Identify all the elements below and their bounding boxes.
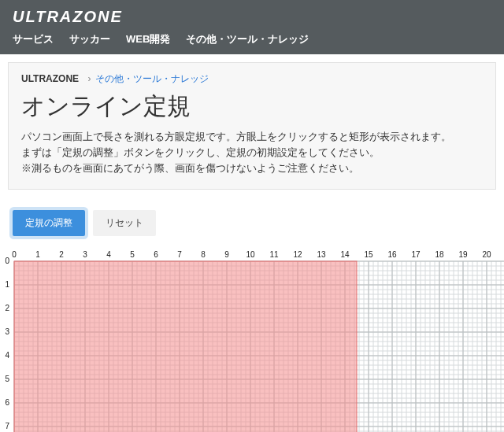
desc-line-3: ※測るものを画面にあてがう際、画面を傷つけないようご注意ください。: [21, 161, 483, 176]
breadcrumb-current[interactable]: その他・ツール・ナレッジ: [95, 73, 209, 84]
breadcrumb: ULTRAZONE › その他・ツール・ナレッジ: [21, 72, 483, 86]
main-nav: サービスサッカーWEB開発その他・ツール・ナレッジ: [13, 32, 491, 54]
tick-label: 11: [269, 250, 279, 259]
tick-label: 7: [177, 250, 182, 259]
page-description: パソコン画面上で長さを測れる方眼定規です。方眼上をクリックすると矩形が表示されま…: [21, 129, 483, 176]
nav-item-1[interactable]: サッカー: [69, 32, 110, 46]
tick-label: 3: [5, 327, 9, 336]
tick-label: 8: [201, 250, 206, 259]
tick-label: 4: [106, 250, 111, 259]
tick-label: 18: [435, 250, 444, 259]
logo[interactable]: ULTRAZONE: [13, 8, 491, 32]
tick-label: 6: [5, 398, 9, 407]
tick-label: 5: [130, 250, 135, 259]
tick-label: 3: [83, 250, 87, 259]
tick-label: 10: [246, 250, 255, 259]
tick-label: 1: [35, 250, 40, 259]
tick-label: 15: [364, 250, 373, 259]
ruler-grid[interactable]: 0123456789101112131415161718192001234567…: [0, 247, 504, 432]
tick-label: 16: [387, 250, 397, 259]
tick-label: 0: [5, 257, 9, 265]
tick-label: 19: [458, 250, 468, 259]
selection-rectangle[interactable]: [14, 261, 357, 432]
tick-label: 0: [12, 250, 17, 259]
tick-label: 20: [482, 250, 491, 259]
tick-label: 9: [224, 250, 229, 259]
tick-label: 2: [5, 304, 9, 312]
app-header: ULTRAZONE サービスサッカーWEB開発その他・ツール・ナレッジ: [0, 0, 504, 54]
content-card: ULTRAZONE › その他・ツール・ナレッジ オンライン定規 パソコン画面上…: [8, 62, 496, 190]
desc-line-2: まずは「定規の調整」ボタンをクリックし、定規の初期設定をしてください。: [21, 145, 483, 161]
page-title: オンライン定規: [21, 90, 483, 123]
ruler-area[interactable]: 0123456789101112131415161718192001234567…: [0, 247, 504, 432]
tick-label: 1: [5, 280, 9, 289]
nav-item-0[interactable]: サービス: [13, 32, 54, 46]
nav-item-2[interactable]: WEB開発: [126, 32, 170, 46]
adjust-ruler-button[interactable]: 定規の調整: [13, 210, 85, 236]
tick-label: 13: [317, 250, 326, 259]
button-row: 定規の調整 リセット: [0, 198, 504, 247]
tick-label: 17: [411, 250, 421, 259]
breadcrumb-site[interactable]: ULTRAZONE: [21, 73, 79, 84]
desc-line-1: パソコン画面上で長さを測れる方眼定規です。方眼上をクリックすると矩形が表示されま…: [21, 129, 483, 145]
tick-label: 4: [5, 351, 9, 360]
tick-label: 5: [5, 375, 9, 383]
reset-button[interactable]: リセット: [93, 210, 156, 236]
tick-label: 12: [293, 250, 302, 259]
tick-label: 6: [154, 250, 158, 259]
tick-label: 2: [59, 250, 64, 259]
nav-item-3[interactable]: その他・ツール・ナレッジ: [186, 32, 309, 46]
tick-label: 7: [5, 422, 9, 430]
tick-label: 14: [340, 250, 350, 259]
breadcrumb-separator: ›: [87, 73, 91, 84]
